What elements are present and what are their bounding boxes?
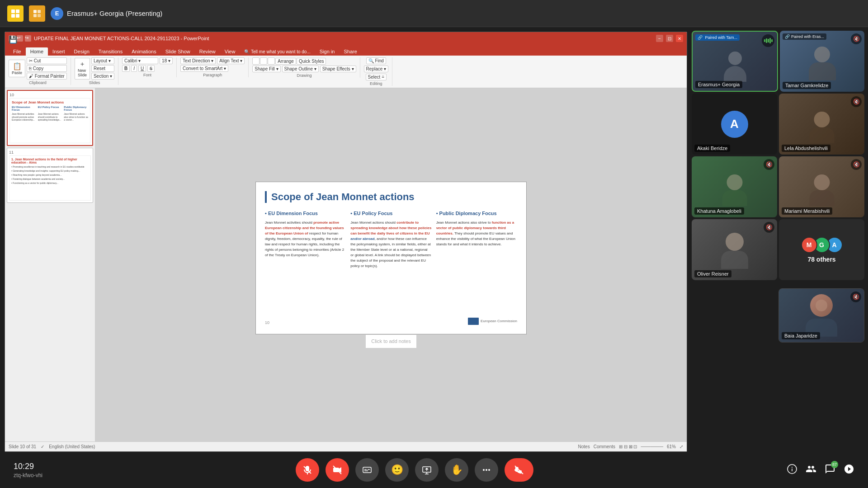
- name-lela: Lela Abdushelishvili: [782, 145, 830, 152]
- tab-file[interactable]: File: [9, 47, 26, 56]
- chat-btn[interactable]: 87: [825, 464, 835, 477]
- paste-btn[interactable]: 📋 Paste: [9, 60, 25, 77]
- convert-smartart-btn[interactable]: Convert to SmartArt ▾: [180, 65, 228, 72]
- ppt-save-icon[interactable]: 💾: [9, 35, 15, 42]
- comments-btn[interactable]: Comments: [594, 444, 615, 449]
- ppt-restore-btn[interactable]: ⊡: [666, 35, 673, 42]
- underline-btn[interactable]: U: [138, 65, 146, 72]
- svg-point-22: [792, 467, 793, 468]
- quick-styles-btn[interactable]: Quick Styles: [297, 58, 326, 65]
- svg-rect-0: [11, 9, 15, 13]
- bold-btn[interactable]: B: [122, 65, 130, 72]
- self-name: Baia Japaridze: [782, 332, 820, 339]
- tile-akaki[interactable]: A Akaki Beridze: [692, 94, 777, 155]
- tab-slideshow[interactable]: Slide Show: [161, 47, 195, 56]
- ppt-undo-icon[interactable]: ↩: [17, 35, 23, 42]
- ppt-close-btn[interactable]: ✕: [676, 35, 683, 42]
- shape-outline-btn[interactable]: Shape Outline ▾: [282, 66, 319, 72]
- share-btn[interactable]: Share: [339, 47, 361, 56]
- notes-btn[interactable]: Notes: [578, 444, 590, 449]
- slide-thumb-11[interactable]: 11 1. Jean Monnet actions in the field o…: [7, 148, 93, 203]
- app-logo-1: [7, 5, 24, 22]
- tab-tell-me[interactable]: 🔍 Tell me what you want to do...: [240, 48, 315, 56]
- ppt-minimize-btn[interactable]: −: [656, 35, 663, 42]
- tab-insert[interactable]: Insert: [48, 47, 70, 56]
- fit-window-btn[interactable]: ⤢: [679, 444, 683, 449]
- col2-text: Jean Monnet actions should contribute to…: [350, 220, 431, 269]
- info-btn[interactable]: [787, 464, 797, 477]
- tile-khatuna[interactable]: 🔇 Khatuna Amaglobeli: [692, 156, 777, 217]
- self-tile[interactable]: 🔇 Baia Japaridze: [778, 288, 864, 343]
- replace-btn[interactable]: Replace ▾: [364, 66, 388, 72]
- tile-mariami[interactable]: 🔇 Mariami Merabishvili: [779, 156, 864, 217]
- section-btn[interactable]: Section ▾: [91, 73, 114, 80]
- slide-count: Slide 10 of 31: [9, 444, 36, 449]
- tile-78-others[interactable]: M G A 78 others: [779, 219, 864, 280]
- emoji-btn[interactable]: 🙂: [385, 458, 409, 482]
- name-khatuna: Khatuna Amaglobeli: [694, 207, 744, 215]
- more-options-btn[interactable]: [475, 458, 498, 482]
- slide-col-3: • Public Diplomacy Focus Jean Monnet act…: [436, 210, 517, 318]
- mic-btn[interactable]: [296, 458, 319, 482]
- oliver-mute-icon: 🔇: [764, 222, 774, 233]
- zoom-level[interactable]: 61%: [667, 444, 676, 449]
- copy-btn[interactable]: ⎘ Copy: [27, 65, 67, 72]
- name-oliver: Oliver Reisner: [694, 270, 731, 277]
- shape-2[interactable]: [260, 57, 267, 65]
- tile-tamar[interactable]: 🔗 Paired with Eras... 🔇 Tamar Gamkrelidz…: [780, 31, 864, 92]
- present-btn[interactable]: [415, 458, 439, 482]
- slides-panel[interactable]: 10 Scope of Jean Monnet actions EU Dimen…: [5, 88, 95, 441]
- reset-btn[interactable]: Reset: [91, 65, 114, 72]
- tab-home[interactable]: Home: [26, 47, 48, 56]
- end-call-btn[interactable]: [505, 458, 533, 482]
- ppt-redo-icon[interactable]: ↪: [25, 35, 31, 42]
- shape-effects-btn[interactable]: Shape Effects ▾: [320, 66, 356, 72]
- tab-animations[interactable]: Animations: [127, 47, 160, 56]
- tab-view[interactable]: View: [220, 47, 240, 56]
- main-content: 💾 ↩ ↪ UPDATE FINAL JEAN MONNET ACTIONS-C…: [0, 27, 868, 452]
- select-btn[interactable]: Select =: [366, 74, 387, 80]
- ppt-tabs: File Home Insert Design Transitions Anim…: [5, 45, 687, 56]
- tile-lela[interactable]: 🔇 Lela Abdushelishvili: [779, 94, 864, 155]
- tab-design[interactable]: Design: [70, 47, 94, 56]
- ppt-notes-area[interactable]: Click to add notes: [366, 334, 416, 348]
- font-size[interactable]: 18 ▾: [160, 57, 173, 64]
- slide-thumb-10[interactable]: 10 Scope of Jean Monnet actions EU Dimen…: [7, 90, 93, 146]
- layout-btn[interactable]: Layout ▾: [91, 57, 114, 64]
- format-painter-btn[interactable]: 🖌 Format Painter: [27, 73, 67, 80]
- strikethrough-btn[interactable]: S̶: [147, 65, 155, 72]
- self-tile-container: 🔇 Baia Japaridze: [692, 284, 864, 343]
- align-text-btn[interactable]: Align Text ▾: [217, 57, 245, 64]
- zoom-slider[interactable]: ───────: [641, 444, 663, 449]
- italic-btn[interactable]: I: [131, 65, 137, 72]
- people-btn[interactable]: [806, 464, 816, 477]
- view-icons[interactable]: ⊞ ⊟ ⊠ ⊡: [619, 444, 637, 449]
- meeting-time: 10:29: [14, 462, 42, 471]
- slide-main-view[interactable]: Scope of Jean Monnet actions • EU Dimens…: [95, 88, 687, 441]
- tile-oliver[interactable]: 🔇 Oliver Reisner: [692, 219, 777, 280]
- shape-fill-btn[interactable]: Shape Fill ▾: [252, 66, 280, 72]
- camera-btn[interactable]: [326, 458, 349, 482]
- self-mute-icon: 🔇: [850, 291, 861, 302]
- raise-hand-btn[interactable]: ✋: [445, 458, 468, 482]
- font-selector[interactable]: Calibri ▾: [122, 57, 158, 64]
- participant-row-4: 🔇 Oliver Reisner M G A 78 others: [692, 219, 864, 280]
- ppt-main-area: 10 Scope of Jean Monnet actions EU Dimen…: [5, 88, 687, 441]
- activities-btn[interactable]: [844, 464, 854, 477]
- shape-3[interactable]: [268, 57, 275, 65]
- slide-columns: • EU Dimension Focus Jean Monnet activit…: [265, 210, 517, 318]
- text-direction-btn[interactable]: Text Direction ▾: [180, 57, 216, 64]
- tab-transitions[interactable]: Transitions: [94, 47, 127, 56]
- find-btn[interactable]: 🔍 Find: [366, 57, 386, 64]
- name-tamar: Tamar Gamkrelidze: [783, 82, 831, 89]
- tile-erasmus-georgia[interactable]: 🔗 Paired with Tam... Erasmu: [692, 31, 778, 92]
- signin-btn[interactable]: Sign in: [315, 47, 340, 56]
- bottom-right-icons: 87: [787, 464, 854, 477]
- new-slide-btn[interactable]: ＋ NewSlide: [75, 58, 90, 80]
- arrange-btn[interactable]: Arrange: [275, 58, 296, 65]
- cut-btn[interactable]: ✂ Cut: [27, 57, 67, 64]
- tab-review[interactable]: Review: [195, 47, 220, 56]
- shape-1[interactable]: [252, 57, 259, 65]
- name-erasmus-georgia: Erasmus+ Georgia: [695, 81, 742, 88]
- captions-btn[interactable]: [355, 458, 379, 482]
